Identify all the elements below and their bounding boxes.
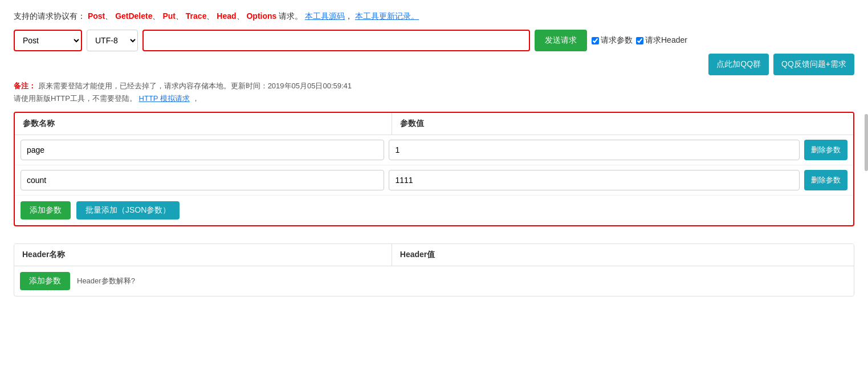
header-col1-header: Header名称	[14, 244, 392, 266]
header-add-row: 添加参数 Header参数解释?	[14, 266, 854, 296]
request-text: 请求。	[279, 11, 303, 21]
qq-group-button[interactable]: 点此加QQ群	[708, 54, 769, 75]
add-params-row: 添加参数 批量添加（JSON参数）	[15, 196, 853, 225]
right-buttons-row: 点此加QQ群 QQ反馈问题+需求	[14, 54, 854, 75]
checkbox-group: 请求参数 请求Header	[592, 35, 687, 46]
params-col1-header: 参数名称	[15, 113, 392, 135]
params-header: 参数名称 参数值	[15, 113, 853, 135]
header-add-param-button[interactable]: 添加参数	[20, 272, 70, 290]
params-col2-header: 参数值	[392, 113, 432, 135]
add-param-button[interactable]: 添加参数	[21, 201, 71, 219]
request-bar: Post Get Put Delete Patch Head Options T…	[14, 30, 854, 51]
note-row2: 请使用新版HTTP工具，不需要登陆。 HTTP 模拟请求 ，	[14, 93, 854, 104]
param-value-input-1[interactable]	[389, 170, 800, 190]
encoding-select[interactable]: UTF-8 GBK GB2312	[87, 30, 138, 51]
top-info-row: 支持的请求协议有： Post、 GetDelete、 Put、 Trace、 H…	[14, 11, 854, 22]
checkbox-params[interactable]	[592, 37, 599, 44]
checkbox-params-label[interactable]: 请求参数	[592, 35, 633, 46]
header-col2-header: Header值	[392, 244, 443, 266]
feedback-button[interactable]: QQ反馈问题+需求	[773, 54, 854, 75]
batch-add-button[interactable]: 批量添加（JSON参数）	[76, 201, 180, 219]
param-name-input-0[interactable]	[21, 140, 384, 160]
protocol-getdelete: GetDelete	[115, 11, 152, 21]
protocol-put: Put	[162, 11, 176, 21]
table-row: 删除参数	[15, 165, 853, 196]
param-name-input-1[interactable]	[21, 170, 384, 190]
params-section: 参数名称 参数值 删除参数 删除参数 添加参数 批量添加（JSON参数）	[14, 112, 854, 226]
checkbox-header[interactable]	[636, 37, 643, 44]
param-value-input-0[interactable]	[389, 140, 800, 160]
header-section: Header名称 Header值 添加参数 Header参数解释?	[14, 243, 854, 296]
send-button[interactable]: 发送请求	[535, 30, 587, 51]
support-text: 支持的请求协议有：	[14, 11, 85, 21]
protocol-head: Head	[217, 11, 236, 21]
source-link[interactable]: 本工具源码	[305, 11, 345, 21]
protocol-options: Options	[246, 11, 276, 21]
header-section-header: Header名称 Header值	[14, 244, 854, 266]
method-select[interactable]: Post Get Put Delete Patch Head Options T…	[14, 30, 82, 51]
scrollbar[interactable]	[865, 114, 868, 171]
url-input[interactable]: https://api.apiopen.top/getWangYiNews	[142, 30, 530, 51]
note-row: 备注： 原来需要登陆才能使用，已经去掉了，请求内容存储本地。更新时间：2019年…	[14, 81, 854, 91]
delete-param-button-0[interactable]: 删除参数	[804, 140, 847, 160]
checkbox-header-label[interactable]: 请求Header	[636, 35, 687, 46]
changelog-link[interactable]: 本工具更新记录。	[355, 11, 419, 21]
http-link[interactable]: HTTP 模拟请求	[139, 94, 190, 103]
protocol-post: Post	[88, 11, 105, 21]
delete-param-button-1[interactable]: 删除参数	[804, 170, 847, 190]
table-row: 删除参数	[15, 135, 853, 165]
protocol-trace: Trace	[186, 11, 207, 21]
header-help-text: Header参数解释?	[77, 276, 135, 286]
